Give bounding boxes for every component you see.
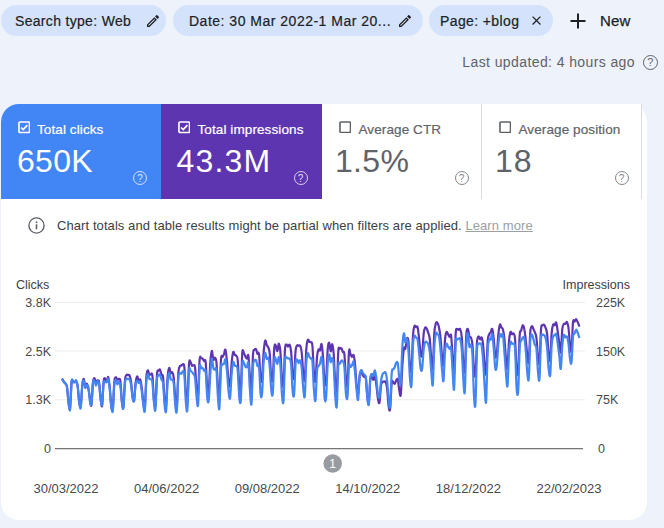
- svg-text:75K: 75K: [596, 393, 619, 407]
- svg-text:18/12/2022: 18/12/2022: [436, 481, 501, 496]
- svg-text:Clicks: Clicks: [16, 278, 49, 292]
- svg-text:1.3K: 1.3K: [25, 393, 51, 407]
- svg-text:04/06/2022: 04/06/2022: [134, 481, 199, 496]
- svg-text:14/10/2022: 14/10/2022: [335, 481, 400, 496]
- svg-text:150K: 150K: [596, 345, 626, 359]
- svg-text:2.5K: 2.5K: [25, 345, 51, 359]
- svg-text:1: 1: [329, 457, 336, 471]
- svg-text:225K: 225K: [596, 296, 626, 310]
- svg-text:0: 0: [44, 442, 51, 456]
- svg-text:3.8K: 3.8K: [25, 296, 51, 310]
- svg-text:Impressions: Impressions: [563, 278, 630, 292]
- svg-text:22/02/2023: 22/02/2023: [536, 481, 601, 496]
- svg-text:30/03/2022: 30/03/2022: [33, 481, 98, 496]
- svg-text:09/08/2022: 09/08/2022: [235, 481, 300, 496]
- svg-text:0: 0: [598, 442, 605, 456]
